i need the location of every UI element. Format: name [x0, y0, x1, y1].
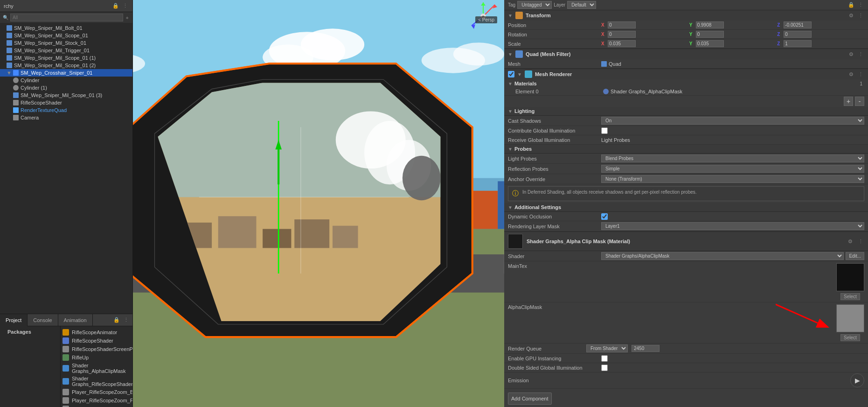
project-item-player-base[interactable]: Player_RifleScopeZoom_Base — [61, 388, 132, 396]
viewport[interactable]: ⊕ < Persp — [133, 0, 504, 407]
position-z-input[interactable] — [784, 21, 812, 28]
mesh-filter-header[interactable]: ▼ Quad (Mesh Filter) ⚙ ⋮ — [504, 49, 868, 59]
inspector-lock-btn[interactable]: 🔒 — [847, 1, 855, 8]
shader-material-more-btn[interactable]: ⋮ — [857, 238, 864, 245]
shader-label: Shader — [508, 253, 601, 259]
position-y-input[interactable] — [696, 21, 724, 28]
reflection-probes-dropdown[interactable]: Simple — [601, 165, 864, 173]
hierarchy-lock-btn[interactable]: 🔒 — [111, 2, 120, 9]
hierarchy-item-cylinder[interactable]: Cylinder — [0, 77, 132, 84]
project-item-label: RifleScopeShader — [72, 338, 113, 344]
hierarchy-item-camera[interactable]: Camera — [0, 114, 132, 121]
project-item-player-rendertex[interactable]: Player_RifleScopeZoom_RenderTexture — [61, 405, 132, 407]
probes-divider[interactable]: ▼ Probes — [504, 145, 868, 154]
contribute-gi-row: Contribute Global Illumination — [504, 126, 868, 135]
rotation-label: Rotation — [508, 32, 601, 37]
emission-play-btn[interactable]: ▶ — [850, 373, 864, 387]
mesh-renderer-settings-btn[interactable]: ⚙ — [848, 71, 854, 78]
render-queue-from-dropdown[interactable]: From Shader — [586, 344, 628, 352]
layer-dropdown[interactable]: Default — [567, 1, 596, 9]
mesh-renderer-header[interactable]: ▼ Mesh Renderer ⚙ ⋮ — [504, 69, 868, 79]
x-label: X — [601, 32, 607, 37]
light-probes-dropdown[interactable]: Blend Probes — [601, 154, 864, 162]
mesh-renderer-more-btn[interactable]: ⋮ — [857, 71, 864, 78]
rotation-x-input[interactable] — [608, 31, 636, 38]
lighting-divider[interactable]: ▼ Lighting — [504, 107, 868, 116]
shader-dropdown[interactable]: Shader Graphs/AlphaClipMask — [601, 252, 844, 260]
scale-x-input[interactable] — [608, 40, 636, 47]
tab-project[interactable]: Project — [0, 314, 28, 326]
rotation-z-input[interactable] — [784, 31, 812, 38]
enable-gpu-value — [601, 355, 864, 362]
anchor-override-value: None (Transform) — [601, 175, 864, 183]
rendering-layer-mask-dropdown[interactable]: Layer1 — [601, 222, 864, 230]
project-item-shader-riflescope[interactable]: Shader Graphs_RifleScopeShader — [61, 375, 132, 388]
project-item-rifleup[interactable]: RifleUp — [61, 353, 132, 362]
inspector-more-btn[interactable]: ⋮ — [857, 1, 864, 8]
mesh-filter-more-btn[interactable]: ⋮ — [857, 51, 864, 58]
mesh-renderer-enable-checkbox[interactable] — [508, 71, 514, 77]
hierarchy-search-input[interactable] — [10, 14, 123, 21]
materials-header[interactable]: ▼ Materials 1 — [504, 79, 868, 88]
hierarchy-item-riflescope-shader[interactable]: RifleScopeShader — [0, 99, 132, 106]
cast-shadows-dropdown[interactable]: On — [601, 117, 864, 125]
transform-header[interactable]: ▼ Transform ⚙ ⋮ — [504, 10, 868, 21]
hierarchy-item-render-texture-quad[interactable]: RenderTextureQuad — [0, 106, 132, 114]
light-probes-row: Light Probes Blend Probes — [504, 154, 868, 164]
hierarchy-item-sm-wep-scope-3[interactable]: SM_Wep_Sniper_Mil_Scope_01 (3) — [0, 91, 132, 99]
hierarchy-item-sm-wep-sniper-bolt[interactable]: SM_Wep_Sniper_Mil_Bolt_01 — [0, 24, 132, 32]
scale-z-input[interactable] — [784, 40, 812, 47]
transform-component: ▼ Transform ⚙ ⋮ Position X Y — [504, 10, 868, 49]
project-item-riflescope-shader-screenpos[interactable]: RifleScopeShaderScreenPos — [61, 345, 132, 353]
shader-material-settings-btn[interactable]: ⚙ — [847, 238, 854, 245]
shader-edit-btn[interactable]: Edit... — [846, 252, 864, 260]
maintex-select-btn[interactable]: Select — [840, 293, 860, 300]
cylinder-icon — [13, 85, 19, 91]
hierarchy-item-label: SM_Wep_Sniper_Mil_Scope_01 (2) — [14, 63, 96, 68]
mesh-filter-settings-btn[interactable]: ⚙ — [848, 51, 854, 58]
hierarchy-item-sm-wep-scope-1[interactable]: SM_Wep_Sniper_Mil_Scope_01 (1) — [0, 54, 132, 62]
hierarchy-item-sm-wep-sniper-stock[interactable]: SM_Wep_Sniper_Mil_Stock_01 — [0, 39, 132, 47]
hierarchy-item-sm-wep-sniper-scope[interactable]: SM_Wep_Sniper_Mil_Scope_01 — [0, 32, 132, 39]
alphaclip-section: AlphaClipMask Select — [504, 302, 868, 344]
position-xyz: X Y Z — [601, 21, 864, 28]
scale-y-input[interactable] — [696, 40, 724, 47]
project-item-riflescope-shader[interactable]: RifleScopeShader — [61, 337, 132, 345]
remove-material-btn[interactable]: - — [855, 97, 864, 106]
anchor-override-dropdown[interactable]: None (Transform) — [601, 175, 864, 183]
hierarchy-item-cylinder-1[interactable]: Cylinder (1) — [0, 84, 132, 91]
svg-rect-37 — [294, 219, 329, 248]
tag-dropdown[interactable]: Untagged — [517, 1, 552, 9]
project-item-player-fov[interactable]: Player_RifleScopeZoom_Fov — [61, 396, 132, 405]
enable-gpu-checkbox[interactable] — [601, 355, 608, 362]
add-component-btn[interactable]: Add Component — [508, 393, 552, 405]
hierarchy-more-btn[interactable]: ⋮ — [122, 2, 129, 9]
tab-console[interactable]: Console — [28, 314, 58, 326]
bottom-lock-btn[interactable]: 🔒 — [112, 316, 121, 323]
project-item-riflescope-animator[interactable]: RifleScopeAnimator — [61, 328, 132, 337]
add-material-btn[interactable]: + — [844, 97, 853, 106]
position-z-item: Z — [777, 21, 864, 28]
svg-rect-9 — [472, 191, 498, 229]
transform-more-btn[interactable]: ⋮ — [857, 12, 864, 19]
project-item-shader-alphaclip[interactable]: Shader Graphs_AlphaClipMask — [61, 362, 132, 375]
alphaclip-select-btn[interactable]: Select — [840, 334, 860, 341]
bottom-more-btn[interactable]: ⋮ — [123, 316, 130, 323]
hierarchy-item-sm-wep-sniper-trigger[interactable]: SM_Wep_Sniper_Mil_Trigger_01 — [0, 47, 132, 54]
project-item-label: Player_RifleScopeZoom_Fov — [72, 398, 132, 403]
hierarchy-item-sm-wep-crosshair[interactable]: ▼ SM_Wep_Crosshair_Sniper_01 — [0, 69, 132, 77]
double-sided-gi-checkbox[interactable] — [601, 365, 608, 371]
packages-item[interactable]: Packages — [0, 328, 60, 336]
render-queue-value-input[interactable] — [632, 345, 660, 352]
svg-rect-10 — [498, 181, 504, 229]
emission-row: Emission ▶ — [504, 372, 868, 389]
position-x-input[interactable] — [608, 21, 636, 28]
dynamic-occlusion-checkbox[interactable] — [601, 213, 608, 220]
tab-animation[interactable]: Animation — [58, 314, 93, 326]
additional-settings-divider[interactable]: ▼ Additional Settings — [504, 203, 868, 212]
hierarchy-add-btn[interactable]: + — [125, 14, 130, 21]
contribute-gi-checkbox[interactable] — [601, 127, 608, 134]
hierarchy-item-sm-wep-scope-2[interactable]: SM_Wep_Sniper_Mil_Scope_01 (2) — [0, 62, 132, 69]
rotation-y-input[interactable] — [696, 31, 724, 38]
transform-settings-btn[interactable]: ⚙ — [848, 12, 854, 19]
